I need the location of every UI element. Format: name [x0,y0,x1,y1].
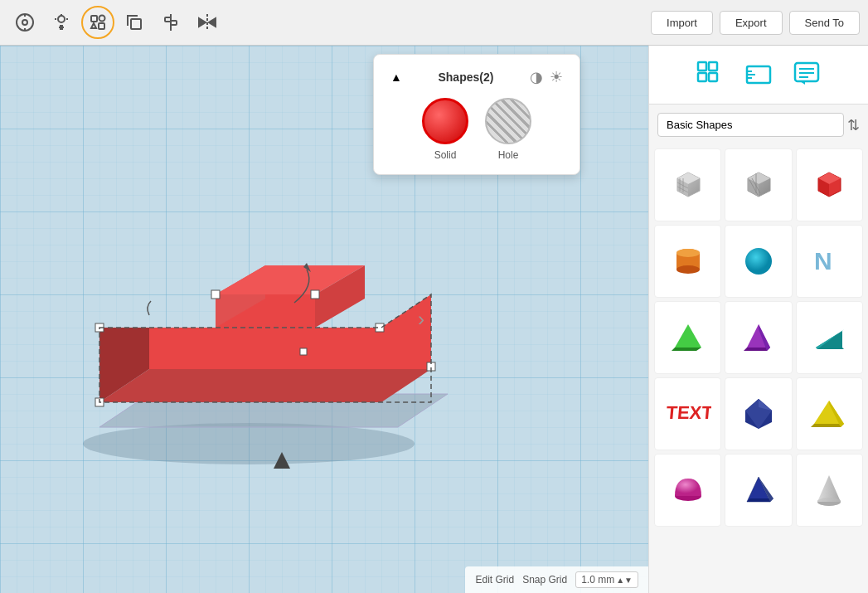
bulb-icon[interactable] [45,6,78,39]
community-icon-btn[interactable] [690,54,731,95]
solid-type[interactable]: Solid [422,98,468,161]
svg-point-3 [58,16,65,22]
bottom-bar: Edit Grid Snap Grid 1.0 mm ▲▼ [465,566,648,593]
svg-marker-17 [209,18,216,27]
svg-marker-24 [99,369,431,402]
material-icon[interactable]: ◑ [530,68,543,86]
shape-navy-prism[interactable] [725,454,792,527]
svg-rect-7 [91,16,97,22]
shapes-panel-header: ▲ Shapes(2) ◑ ☀ [390,68,563,86]
shape-red-text[interactable]: TEXT [654,377,721,450]
shape-type-grid: Solid Hole [390,98,563,161]
shape-green-pyramid[interactable] [654,301,721,374]
svg-point-73 [745,248,772,275]
svg-point-9 [99,16,105,22]
shape-cylinder[interactable] [654,225,721,298]
viewport[interactable]: ▲ Shapes(2) ◑ ☀ Solid Hole [0,46,648,593]
svg-point-0 [22,20,27,25]
top-toolbar: Import Export Send To [0,0,868,46]
shapes-panel-title: Shapes(2) [438,70,493,84]
notes-icon-btn[interactable] [786,54,827,95]
panel-controls: ◑ ☀ [530,68,563,86]
duplicate-icon[interactable] [118,6,151,39]
hole-icon [485,98,531,144]
svg-rect-43 [709,73,717,81]
solid-icon [422,98,468,144]
shapes-icon[interactable] [81,6,114,39]
send-to-button[interactable]: Send To [789,11,860,35]
shape-teal-wedge[interactable] [796,301,863,374]
shapes-panel: ▲ Shapes(2) ◑ ☀ Solid Hole [373,54,580,175]
toolbar-right: Import Export Send To [651,11,860,35]
svg-point-96 [817,498,841,506]
toolbar-left [8,6,224,39]
light-toggle-icon[interactable]: ☀ [550,68,563,86]
shape-grey-cone[interactable] [796,454,863,527]
svg-rect-35 [311,290,319,299]
svg-rect-41 [709,62,717,70]
mirror-icon[interactable] [191,6,224,39]
svg-rect-34 [211,290,220,299]
svg-marker-16 [199,18,206,27]
svg-marker-76 [672,348,701,351]
svg-marker-52 [800,81,805,85]
svg-rect-13 [165,17,171,22]
shape-purple-pyramid[interactable] [725,301,792,374]
snap-grid-control[interactable]: 1.0 mm ▲▼ [575,571,638,588]
shapes-category-select[interactable]: Basic Shapes [657,113,844,137]
shape-n-text[interactable]: N [796,225,863,298]
dropdown-arrow[interactable]: ⇅ [847,116,860,134]
svg-rect-40 [698,62,706,70]
shapes-grid: N [649,145,868,530]
shape-grey-box-2[interactable] [725,148,792,221]
export-button[interactable]: Export [720,11,783,35]
svg-rect-8 [99,23,104,29]
svg-point-72 [676,249,700,257]
shape-red-box[interactable] [796,148,863,221]
shape-pink-half-sphere[interactable] [654,454,721,527]
svg-rect-11 [131,19,141,29]
shape-navy-gem[interactable] [725,377,792,450]
hole-label: Hole [498,149,519,161]
align-icon[interactable] [154,6,187,39]
ruler-icon-btn[interactable] [738,54,779,95]
shape-yellow-pyramid[interactable] [796,377,863,450]
snap-grid-label: Snap Grid [522,574,567,586]
svg-rect-42 [698,73,706,81]
shape-sphere[interactable] [725,225,792,298]
shape-grey-box-1[interactable] [654,148,721,221]
snap-grid-value: 1.0 mm [581,574,614,586]
3d-object[interactable] [50,162,481,477]
edit-grid-label: Edit Grid [475,574,514,586]
right-panel: Basic Shapes ⇅ [648,46,868,593]
svg-text:TEXT: TEXT [665,402,710,423]
svg-point-71 [676,265,700,274]
svg-marker-75 [675,324,701,348]
svg-marker-10 [91,23,96,28]
solid-label: Solid [434,149,457,161]
shapes-dropdown: Basic Shapes ⇅ [657,113,860,137]
scroll-right-arrow[interactable]: › [418,308,424,331]
right-panel-top-icons [649,46,868,105]
snap-grid-arrow: ▲▼ [616,576,633,585]
svg-point-22 [83,423,415,464]
main-content: ▲ Shapes(2) ◑ ☀ Solid Hole [0,46,868,593]
import-button[interactable]: Import [651,11,713,35]
svg-rect-14 [171,21,177,25]
collapse-button[interactable]: ▲ [390,70,402,84]
svg-text:N: N [814,247,832,275]
camera-icon[interactable] [8,6,41,39]
svg-rect-36 [300,348,307,355]
svg-marker-88 [811,424,844,427]
hole-type[interactable]: Hole [485,98,531,161]
